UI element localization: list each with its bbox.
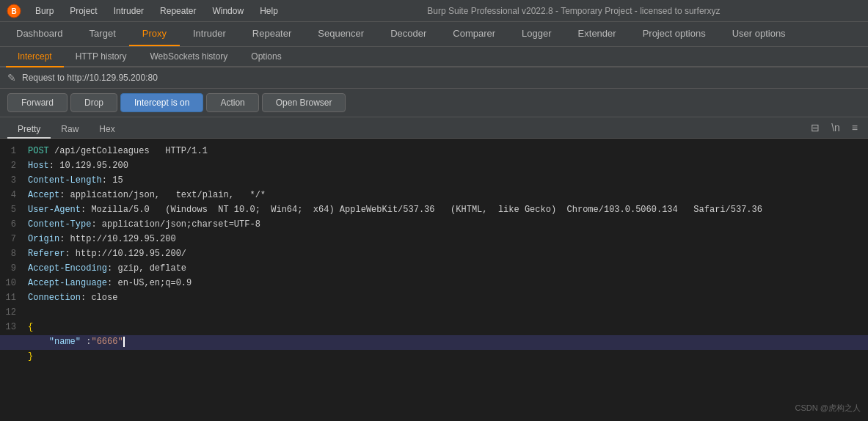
code-line-15: } xyxy=(0,350,868,365)
request-bar: ✎ Request to http://10.129.95.200:80 xyxy=(0,67,868,89)
tab-user-options[interactable]: User options xyxy=(719,22,799,46)
tab-sequencer[interactable]: Sequencer xyxy=(304,22,377,46)
menu-burp[interactable]: Burp xyxy=(28,4,61,18)
menu-repeater[interactable]: Repeater xyxy=(153,4,203,18)
view-tabs: Pretty Raw Hex ⊟ \n ≡ xyxy=(0,117,868,139)
subtab-websockets-history[interactable]: WebSockets history xyxy=(139,47,240,67)
code-line-3: 3 Content-Length: 15 xyxy=(0,174,868,188)
view-tab-pretty[interactable]: Pretty xyxy=(7,121,51,139)
code-line-13: 13 { xyxy=(0,321,868,335)
tab-logger[interactable]: Logger xyxy=(508,22,564,46)
subtab-options[interactable]: Options xyxy=(239,47,293,67)
tab-comparer[interactable]: Comparer xyxy=(440,22,508,46)
code-line-10: 10 Accept-Language: en-US,en;q=0.9 xyxy=(0,277,868,291)
request-url: Request to http://10.129.95.200:80 xyxy=(22,73,158,83)
code-line-11: 11 Connection: close xyxy=(0,291,868,306)
code-line-7: 7 Origin: http://10.129.95.200 xyxy=(0,233,868,247)
action-bar: Forward Drop Intercept is on Action Open… xyxy=(0,89,868,117)
tab-dashboard[interactable]: Dashboard xyxy=(3,22,76,46)
ln-icon[interactable]: \n xyxy=(828,120,843,135)
code-line-2: 2 Host: 10.129.95.200 xyxy=(0,159,868,174)
menu-intruder[interactable]: Intruder xyxy=(106,4,151,18)
code-view[interactable]: 1 POST /api/getColleagues HTTP/1.1 2 Hos… xyxy=(0,139,868,421)
code-line-1: 1 POST /api/getColleagues HTTP/1.1 xyxy=(0,144,868,159)
main-nav: Dashboard Target Proxy Intruder Repeater… xyxy=(0,22,868,47)
view-tab-icons: ⊟ \n ≡ xyxy=(808,120,861,138)
footer-watermark: CSDN @虎构之人 xyxy=(795,403,861,414)
code-line-9: 9 Accept-Encoding: gzip, deflate xyxy=(0,262,868,277)
edit-icon: ✎ xyxy=(7,72,16,84)
intercept-button[interactable]: Intercept is on xyxy=(120,93,203,112)
action-button[interactable]: Action xyxy=(206,93,258,112)
subtab-intercept[interactable]: Intercept xyxy=(6,47,64,67)
tab-proxy[interactable]: Proxy xyxy=(129,22,180,46)
tab-repeater[interactable]: Repeater xyxy=(239,22,304,46)
code-line-8: 8 Referer: http://10.129.95.200/ xyxy=(0,247,868,262)
word-wrap-icon[interactable]: ⊟ xyxy=(808,120,823,135)
menu-help[interactable]: Help xyxy=(252,4,285,18)
svg-text:B: B xyxy=(11,7,16,15)
content-area: Pretty Raw Hex ⊟ \n ≡ 1 POST /api/getCol… xyxy=(0,117,868,421)
tab-extender[interactable]: Extender xyxy=(565,22,630,46)
drop-button[interactable]: Drop xyxy=(70,93,117,112)
code-line-12: 12 xyxy=(0,306,868,321)
code-line-6: 6 Content-Type: application/json;charset… xyxy=(0,218,868,233)
menu-project[interactable]: Project xyxy=(62,4,104,18)
tab-project-options[interactable]: Project options xyxy=(630,22,719,46)
open-browser-button[interactable]: Open Browser xyxy=(262,93,346,112)
app-title: Burp Suite Professional v2022.8 - Tempor… xyxy=(285,6,862,16)
code-line-5: 5 User-Agent: Mozilla/5.0 (Windows NT 10… xyxy=(0,203,868,218)
more-icon[interactable]: ≡ xyxy=(849,120,861,135)
menu-bar: Burp Project Intruder Repeater Window He… xyxy=(28,4,285,18)
tab-intruder[interactable]: Intruder xyxy=(180,22,239,46)
title-bar: B Burp Project Intruder Repeater Window … xyxy=(0,0,868,22)
forward-button[interactable]: Forward xyxy=(7,93,68,112)
menu-window[interactable]: Window xyxy=(205,4,251,18)
subtab-http-history[interactable]: HTTP history xyxy=(64,47,139,67)
tab-decoder[interactable]: Decoder xyxy=(377,22,440,46)
code-line-14: "name" :"6666" xyxy=(0,335,868,350)
view-tab-raw[interactable]: Raw xyxy=(51,121,89,139)
code-line-4: 4 Accept: application/json, text/plain, … xyxy=(0,188,868,203)
sub-nav: Intercept HTTP history WebSockets histor… xyxy=(0,47,868,67)
view-tab-hex[interactable]: Hex xyxy=(89,121,125,139)
tab-target[interactable]: Target xyxy=(76,22,129,46)
app-logo: B xyxy=(6,3,22,19)
